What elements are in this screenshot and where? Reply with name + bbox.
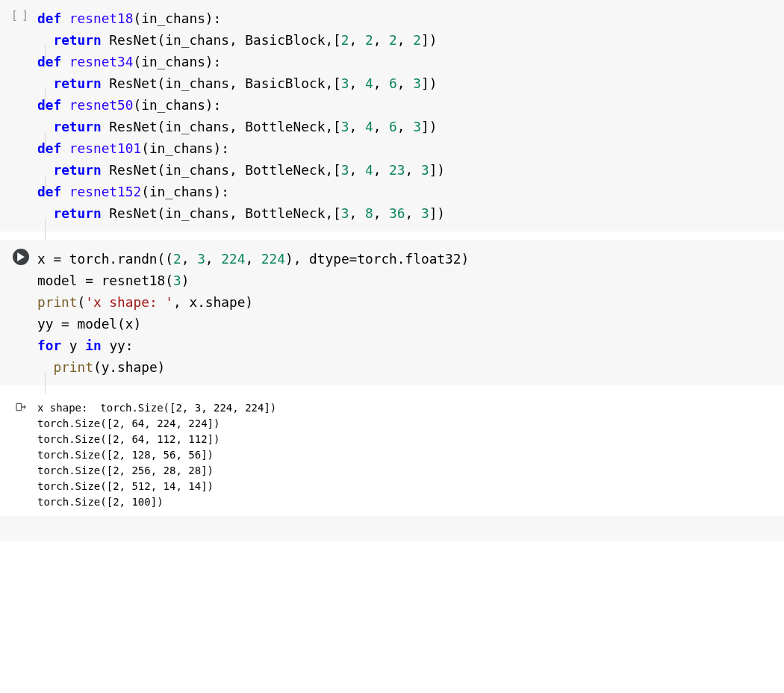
cell-output-indicator[interactable] — [6, 399, 36, 413]
output-line: torch.Size([2, 512, 14, 14]) — [37, 479, 778, 494]
code-line[interactable]: for y in yy: — [37, 335, 778, 356]
code-token: (in_chans): — [133, 97, 221, 113]
code-token: , — [181, 251, 197, 267]
output-arrow-icon — [15, 401, 27, 413]
code-cell[interactable]: x = torch.randn((2, 3, 224, 224), dtype=… — [0, 240, 784, 385]
code-token: return — [53, 75, 109, 91]
code-token: 2 — [173, 251, 181, 267]
code-token: 4 — [365, 75, 373, 91]
code-token: return — [53, 32, 109, 48]
code-token: 224 — [221, 251, 245, 267]
code-token: ]) — [421, 32, 437, 48]
code-token: 3 — [413, 119, 421, 134]
output-line: torch.Size([2, 128, 56, 56]) — [37, 447, 778, 463]
output-line: torch.Size([2, 64, 224, 224]) — [37, 416, 778, 432]
code-token: 2 — [365, 32, 373, 48]
code-token: def — [37, 54, 69, 69]
code-editor[interactable]: x = torch.randn((2, 3, 224, 224), dtype=… — [36, 246, 784, 379]
code-token: y — [69, 338, 85, 353]
code-token: ]) — [429, 205, 445, 221]
code-token: def — [37, 97, 69, 113]
code-token: 6 — [389, 119, 397, 134]
cell-run-indicator-idle[interactable]: [ ] — [6, 6, 36, 21]
code-line[interactable]: def resnet34(in_chans): — [37, 51, 778, 72]
code-line[interactable]: return ResNet(in_chans, BottleNeck,[3, 4… — [37, 159, 778, 181]
code-token: , — [373, 205, 389, 221]
code-token: (in_chans): — [133, 54, 221, 69]
code-line[interactable]: def resnet152(in_chans): — [37, 181, 778, 202]
code-line[interactable]: def resnet18(in_chans): — [37, 7, 778, 29]
code-token: 36 — [389, 205, 405, 221]
code-token: 3 — [341, 75, 349, 91]
code-cell[interactable]: [ ]def resnet18(in_chans): return ResNet… — [0, 0, 784, 231]
code-token: resnet152 — [69, 184, 141, 199]
code-token: ]) — [429, 162, 445, 178]
code-token: (in_chans): — [141, 184, 229, 199]
code-token: 3 — [421, 162, 429, 178]
code-token: (in_chans): — [141, 140, 229, 156]
code-token: resnet18 — [69, 10, 134, 26]
code-token: resnet50 — [69, 97, 134, 113]
code-token: for — [37, 338, 69, 353]
cell-output: x shape: torch.Size([2, 3, 224, 224])tor… — [0, 394, 784, 516]
code-token: , — [373, 75, 389, 91]
code-token: 4 — [365, 119, 373, 134]
code-token: x = torch.randn(( — [37, 251, 173, 267]
output-line: x shape: torch.Size([2, 3, 224, 224]) — [37, 400, 778, 416]
code-token: ]) — [421, 75, 437, 91]
code-token: ResNet(in_chans, BasicBlock,[ — [109, 32, 340, 48]
play-icon[interactable] — [13, 249, 29, 265]
code-token: 2 — [413, 32, 421, 48]
code-token: return — [53, 119, 109, 134]
code-token: , — [405, 162, 421, 178]
code-editor[interactable]: def resnet18(in_chans): return ResNet(in… — [36, 6, 784, 226]
code-token: ResNet(in_chans, BottleNeck,[ — [109, 119, 340, 134]
code-token: yy: — [109, 338, 133, 353]
code-token: , — [349, 32, 365, 48]
code-token: , x.shape) — [173, 294, 253, 310]
code-token: , — [397, 119, 413, 134]
code-line[interactable]: print(y.shape) — [37, 356, 778, 378]
output-line: torch.Size([2, 256, 28, 28]) — [37, 463, 778, 479]
code-line[interactable]: model = resnet18(3) — [37, 270, 778, 291]
code-token: ) — [181, 273, 190, 288]
brackets-icon: [ ] — [13, 8, 29, 21]
code-token: 3 — [413, 75, 421, 91]
output-line: torch.Size([2, 64, 112, 112]) — [37, 432, 778, 447]
code-line[interactable]: yy = model(x) — [37, 313, 778, 335]
code-token: 3 — [341, 162, 349, 178]
code-line[interactable]: return ResNet(in_chans, BasicBlock,[2, 2… — [37, 29, 778, 51]
cell-run-button[interactable] — [6, 246, 36, 265]
code-token: model = resnet18( — [37, 273, 173, 288]
code-token: (y.shape) — [93, 359, 165, 375]
code-token: 23 — [389, 162, 405, 178]
notebook: [ ]def resnet18(in_chans): return ResNet… — [0, 0, 784, 541]
code-token: in — [85, 338, 109, 353]
code-token: return — [53, 205, 109, 221]
code-token: , — [405, 205, 421, 221]
code-line[interactable]: return ResNet(in_chans, BottleNeck,[3, 4… — [37, 116, 778, 137]
code-token: def — [37, 10, 69, 26]
code-token: 6 — [389, 75, 397, 91]
code-token: ]) — [421, 119, 437, 134]
code-line[interactable]: return ResNet(in_chans, BottleNeck,[3, 8… — [37, 202, 778, 224]
code-token: 3 — [341, 119, 349, 134]
code-token: , — [373, 162, 389, 178]
empty-code-cell[interactable] — [0, 516, 784, 541]
code-token: ), dtype=torch.float32) — [285, 251, 469, 267]
code-line[interactable]: def resnet50(in_chans): — [37, 94, 778, 116]
code-token: print — [53, 359, 93, 375]
code-token: ResNet(in_chans, BottleNeck,[ — [109, 205, 340, 221]
code-token: , — [373, 32, 389, 48]
code-token: 224 — [261, 251, 285, 267]
code-line[interactable]: x = torch.randn((2, 3, 224, 224), dtype=… — [37, 248, 778, 270]
code-line[interactable]: print('x shape: ', x.shape) — [37, 291, 778, 313]
code-token: 2 — [389, 32, 397, 48]
code-line[interactable]: return ResNet(in_chans, BasicBlock,[3, 4… — [37, 72, 778, 94]
code-token: resnet34 — [69, 54, 134, 69]
code-token: , — [205, 251, 221, 267]
code-line[interactable]: def resnet101(in_chans): — [37, 137, 778, 159]
code-token: 3 — [173, 273, 181, 288]
code-token: , — [349, 162, 365, 178]
code-token: (in_chans): — [133, 10, 221, 26]
